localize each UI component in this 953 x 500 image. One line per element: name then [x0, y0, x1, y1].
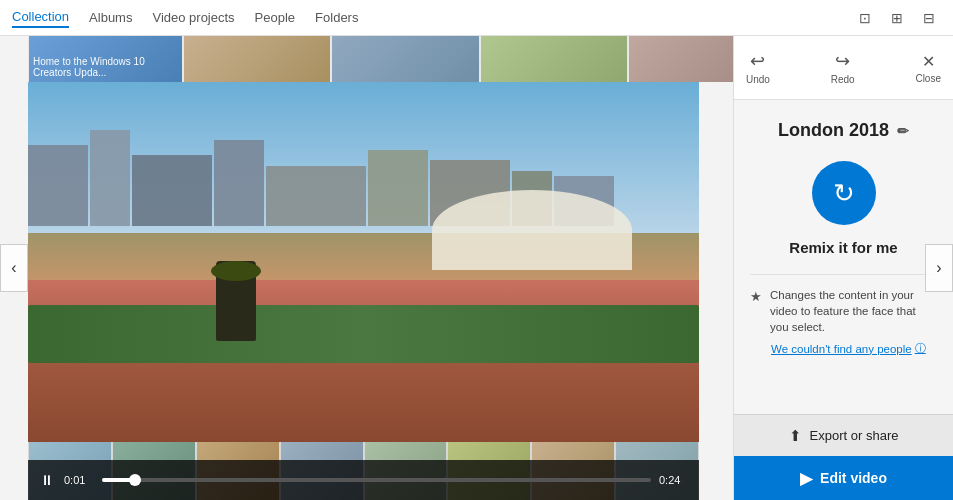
undo-icon: ↩: [750, 50, 765, 72]
panel-toolbar: ↩ Undo ↪ Redo ✕ Close: [734, 36, 953, 100]
people-link[interactable]: We couldn't find any people ⓘ: [771, 341, 937, 356]
thumb-top-first[interactable]: Home to the Windows 10 Creators Upda...: [29, 36, 182, 82]
remix-label: Remix it for me: [789, 239, 897, 256]
close-icon: ✕: [922, 52, 935, 71]
thumb-top-4[interactable]: [481, 36, 628, 82]
main-area: ‹ Home to the Windows 10 Creators Upda..…: [0, 36, 953, 500]
video-controls: ⏸ 0:01 0:24: [28, 460, 699, 500]
remix-button[interactable]: ↻: [812, 161, 876, 225]
redo-label: Redo: [831, 74, 855, 85]
nav-people[interactable]: People: [255, 8, 295, 27]
export-share-button[interactable]: ⬆ Export or share: [734, 414, 953, 456]
undo-label: Undo: [746, 74, 770, 85]
export-icon: ⬆: [789, 427, 802, 445]
info-section: ★ Changes the content in your video to f…: [750, 274, 937, 368]
edit-video-button[interactable]: ▶ Edit video: [734, 456, 953, 500]
people-link-text: We couldn't find any people: [771, 343, 912, 355]
view-icon-3[interactable]: ⊟: [917, 6, 941, 30]
top-navigation: Collection Albums Video projects People …: [0, 0, 953, 36]
redo-button[interactable]: ↪ Redo: [831, 50, 855, 85]
video-player[interactable]: [28, 82, 699, 442]
info-text: Changes the content in your video to fea…: [770, 287, 937, 335]
video-background: [28, 82, 699, 442]
nav-video-projects[interactable]: Video projects: [152, 8, 234, 27]
nav-albums[interactable]: Albums: [89, 8, 132, 27]
next-arrow[interactable]: ›: [925, 244, 953, 292]
info-row: ★ Changes the content in your video to f…: [750, 287, 937, 335]
hedges: [28, 305, 699, 363]
play-pause-button[interactable]: ⏸: [38, 470, 56, 490]
close-label: Close: [915, 73, 941, 84]
nav-collection[interactable]: Collection: [12, 7, 69, 28]
right-panel: ↩ Undo ↪ Redo ✕ Close London 2018 ✏ ↻ Re…: [733, 36, 953, 500]
thumb-top-label: Home to the Windows 10 Creators Upda...: [33, 56, 182, 78]
progress-thumb[interactable]: [129, 474, 141, 486]
edit-video-label: Edit video: [820, 470, 887, 486]
umbrella: [432, 190, 632, 310]
video-title: London 2018 ✏: [778, 120, 909, 141]
thumb-top-3[interactable]: [332, 36, 479, 82]
thumb-top-2[interactable]: [184, 36, 331, 82]
star-icon: ★: [750, 288, 762, 306]
info-circle-icon: ⓘ: [915, 341, 926, 356]
view-icon-1[interactable]: ⊡: [853, 6, 877, 30]
nav-right-icons: ⊡ ⊞ ⊟: [853, 6, 941, 30]
title-text: London 2018: [778, 120, 889, 141]
undo-button[interactable]: ↩ Undo: [746, 50, 770, 85]
close-button[interactable]: ✕ Close: [915, 52, 941, 84]
export-label: Export or share: [810, 428, 899, 443]
current-time: 0:01: [64, 474, 94, 486]
view-icon-2[interactable]: ⊞: [885, 6, 909, 30]
progress-bar[interactable]: [102, 478, 651, 482]
edit-video-icon: ▶: [800, 469, 812, 488]
nav-folders[interactable]: Folders: [315, 8, 358, 27]
redo-icon: ↪: [835, 50, 850, 72]
panel-content: London 2018 ✏ ↻ Remix it for me ★ Change…: [734, 100, 953, 414]
edit-title-button[interactable]: ✏: [897, 123, 909, 139]
prev-arrow[interactable]: ‹: [0, 244, 28, 292]
dustbin: [216, 261, 256, 341]
remix-icon: ↻: [833, 178, 855, 209]
total-time: 0:24: [659, 474, 689, 486]
